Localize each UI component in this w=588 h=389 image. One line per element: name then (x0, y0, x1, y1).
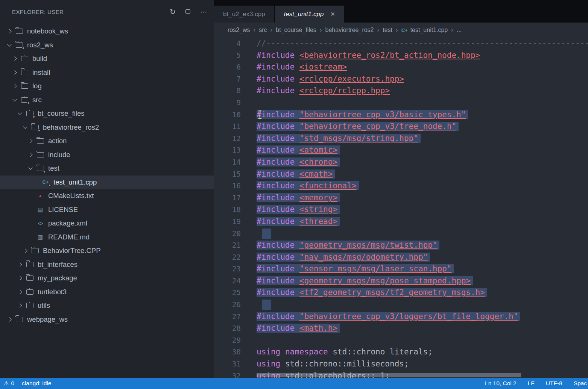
line-content: #include <geometry_msgs/msg/pose_stamped… (257, 276, 473, 285)
tree-item-turtlebot3[interactable]: turtlebot3 (0, 285, 214, 299)
warnings-indicator[interactable]: ⚠ 0 (4, 380, 14, 387)
code-line-24[interactable]: 24#include <geometry_msgs/msg/pose_stamp… (214, 275, 588, 287)
code-line-12[interactable]: 12#include "std_msgs/msg/string.hpp" (214, 133, 588, 145)
code-token (295, 253, 299, 262)
tree-item-ros2_ws[interactable]: ros2_ws (0, 38, 214, 52)
refresh-icon[interactable]: ↻ (170, 8, 176, 15)
tree-item-bt_course_files[interactable]: bt_course_files (0, 107, 214, 121)
xml-glyph: <> (38, 221, 43, 226)
horizontal-scrollbar[interactable] (257, 373, 521, 377)
indent-indicator[interactable]: Spac (574, 380, 587, 387)
code-line-23[interactable]: 23#include "sensor_msgs/msg/laser_scan.h… (214, 263, 588, 275)
chevron-down-icon (5, 44, 14, 46)
code-line-29[interactable]: 29 (214, 335, 588, 347)
cursor-position[interactable]: Ln 10, Col 2 (485, 380, 517, 387)
tree-item-label: bt_interfaces (38, 260, 77, 269)
code-line-21[interactable]: 21#include "geometry_msgs/msg/twist.hpp" (214, 239, 588, 251)
breadcrumb-item[interactable]: behaviortree_ros2 (325, 27, 374, 33)
code-token: #include (257, 134, 295, 143)
code-line-19[interactable]: 19#include <thread> (214, 216, 588, 228)
code-line-9[interactable]: 9 (214, 97, 588, 109)
line-number: 19 (214, 216, 241, 228)
code-line-31[interactable]: 31using std::chrono::milliseconds; (214, 358, 588, 370)
tree-item-include[interactable]: include (0, 148, 214, 162)
code-token (295, 324, 299, 333)
chevron-glyph (28, 166, 32, 170)
chevron-glyph (7, 317, 11, 321)
tree-item-my_package[interactable]: my_package (0, 271, 214, 285)
code-token: #include (257, 264, 295, 273)
tree-item-action[interactable]: action (0, 134, 214, 148)
tree-item-CMakeLists.txt[interactable]: ▲CMakeLists.txt (0, 189, 214, 203)
code-line-16[interactable]: 16#include <functional> (214, 180, 588, 192)
code-line-14[interactable]: 14#include <chrono> (214, 156, 588, 168)
selection-highlight: #include <cmath> (257, 170, 335, 179)
encoding-indicator[interactable]: UTF-8 (546, 380, 562, 387)
tree-item-README.md[interactable]: ▥README.md (0, 230, 214, 244)
tree-item-bt_interfaces[interactable]: bt_interfaces (0, 258, 214, 272)
breadcrumb-item[interactable]: test_unit1.cpp (410, 27, 448, 33)
code-line-11[interactable]: 11#include "behaviortree_cpp_v3/tree_nod… (214, 121, 588, 133)
chevron-glyph (18, 276, 22, 280)
tree-item-label: action (48, 137, 67, 145)
code-line-20[interactable]: 20 (214, 228, 588, 240)
breadcrumb-item[interactable]: bt_course_files (276, 27, 316, 33)
tree-item-utils[interactable]: utils (0, 299, 214, 313)
code-line-7[interactable]: 7#include <rclcpp/executors.hpp> (214, 73, 588, 85)
tree-item-log[interactable]: log (0, 79, 214, 93)
code-line-18[interactable]: 18#include <string> (214, 204, 588, 216)
tree-item-LICENSE[interactable]: ▤LICENSE (0, 203, 214, 217)
breadcrumb-separator: › (377, 26, 380, 34)
code-line-26[interactable]: 26 (214, 299, 588, 311)
code-line-25[interactable]: 25#include <tf2_geometry_msgs/tf2_geomet… (214, 287, 588, 299)
selection-highlight: #include "behaviortree_cpp_v3/loggers/bt… (257, 312, 520, 321)
code-line-15[interactable]: 15#include <cmath> (214, 168, 588, 180)
tree-item-install[interactable]: install (0, 66, 214, 80)
tree-item-test[interactable]: test (0, 162, 214, 176)
tree-item-notebook_ws[interactable]: notebook_ws (0, 24, 214, 38)
breadcrumb-item[interactable]: src (259, 27, 267, 33)
tree-item-src[interactable]: src (0, 93, 214, 107)
tree-item-behaviortree_ros2[interactable]: behaviortree_ros2 (0, 121, 214, 135)
tab-bt_u2_ex3.cpp[interactable]: bt_u2_ex3.cpp (214, 6, 275, 23)
modified-dot (32, 115, 35, 118)
tree-item-package.xml[interactable]: <>package.xml (0, 216, 214, 230)
code-line-13[interactable]: 13#include <atomic> (214, 144, 588, 156)
eol-indicator[interactable]: LF (528, 380, 535, 387)
chevron-right-icon (11, 85, 19, 88)
tree-item-test_unit1.cpp[interactable]: C+test_unit1.cpp (0, 176, 214, 189)
code-line-6[interactable]: 6#include <iostream> (214, 61, 588, 73)
collapse-folders-icon[interactable] (185, 8, 190, 15)
code-line-4[interactable]: 4//-------------------------------------… (214, 38, 588, 50)
more-actions-icon[interactable]: ⋯ (200, 8, 207, 15)
code-line-27[interactable]: 27#include "behaviortree_cpp_v3/loggers/… (214, 311, 588, 323)
tree-item-build[interactable]: build (0, 52, 214, 66)
code-line-5[interactable]: 5#include <behaviortree_ros2/bt_action_n… (214, 50, 588, 62)
code-token (295, 86, 299, 95)
selection-highlight (262, 300, 271, 310)
cmake-file-icon: ▲ (35, 189, 46, 203)
code-line-22[interactable]: 22#include "nav_msgs/msg/odometry.hpp" (214, 251, 588, 263)
tree-item-BehaviorTree.CPP[interactable]: BehaviorTree.CPP (0, 244, 214, 258)
breadcrumb-separator: › (320, 26, 322, 34)
breadcrumb-item[interactable]: test (383, 27, 392, 33)
tree-item-webpage_ws[interactable]: webpage_ws (0, 313, 214, 327)
line-number: 4 (214, 38, 241, 50)
chevron-glyph (7, 29, 11, 33)
selection-highlight: #include <math.h> (257, 324, 340, 333)
breadcrumb-item[interactable]: ... (457, 27, 462, 33)
breadcrumb-item[interactable]: ros2_ws (228, 27, 250, 33)
code-line-28[interactable]: 28#include <math.h> (214, 322, 588, 335)
code-line-10[interactable]: 10#include "behaviortree_cpp_v3/basic_ty… (214, 109, 588, 121)
code-token (295, 205, 299, 214)
lsp-status[interactable]: clangd: idle (22, 380, 51, 387)
close-icon[interactable]: × (330, 10, 335, 18)
code-line-8[interactable]: 8#include <rclcpp/rclcpp.hpp> (214, 85, 588, 97)
modified-dot (27, 101, 30, 104)
code-editor[interactable]: 4//-------------------------------------… (214, 38, 588, 378)
tab-test_unit1.cpp[interactable]: test_unit1.cpp× (275, 6, 345, 23)
code-token: "behaviortree_cpp_v3/loggers/bt_file_log… (299, 312, 518, 321)
code-line-17[interactable]: 17#include <memory> (214, 192, 588, 204)
breadcrumb-separator: › (270, 26, 273, 34)
code-line-30[interactable]: 30using namespace std::chrono_literals; (214, 346, 588, 358)
